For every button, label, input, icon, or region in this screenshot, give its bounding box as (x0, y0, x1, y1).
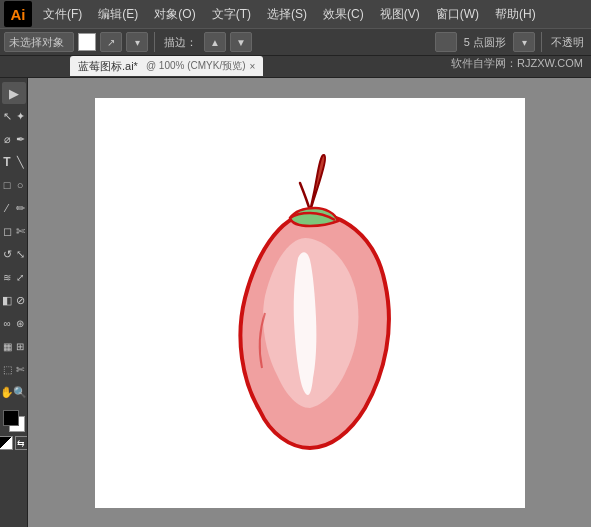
divider2 (541, 32, 542, 52)
toolbox: ▶ ↖ ✦ ⌀ ✒ T ╲ □ ○ ⁄ ✏ ◻ ✄ ↺ ⤡ (0, 78, 28, 527)
main-area: ▶ ↖ ✦ ⌀ ✒ T ╲ □ ○ ⁄ ✏ ◻ ✄ ↺ ⤡ (0, 78, 591, 527)
swap-colors-icon[interactable]: ⇆ (15, 436, 29, 450)
tab-close-btn[interactable]: × (250, 61, 256, 72)
tool-pair-5: ⁄ ✏ (1, 197, 27, 219)
fill-color[interactable] (78, 33, 96, 51)
dropdown-icon[interactable]: ▾ (126, 32, 148, 52)
foreground-color-swatch[interactable] (3, 410, 19, 426)
brush-size-label: 5 点圆形 (461, 35, 509, 50)
toolbar: 未选择对象 ↗ ▾ 描边： ▲ ▼ 5 点圆形 ▾ 不透明 (0, 28, 591, 56)
tool-pair-1: ↖ ✦ (1, 105, 27, 127)
blend-tool[interactable]: ∞ (1, 312, 14, 334)
tool-pair-13: ✋ 🔍 (1, 381, 27, 403)
brush-size-btn[interactable] (435, 32, 457, 52)
tab-filename: 蓝莓图标.ai* (78, 59, 138, 74)
tool-pair-7: ↺ ⤡ (1, 243, 27, 265)
paintbrush-tool[interactable]: ⁄ (1, 197, 14, 219)
hand-tool[interactable]: ✋ (1, 381, 14, 403)
symbol-tool[interactable]: ⊛ (14, 312, 27, 334)
toolbar-right: 5 点圆形 ▾ 不透明 (435, 32, 587, 52)
eraser-tool[interactable]: ◻ (1, 220, 14, 242)
tab-fill (263, 56, 451, 77)
tool-pair-3: T ╲ (1, 151, 27, 173)
tab-spacer (0, 56, 70, 77)
canvas (95, 98, 525, 508)
stroke-label: 描边： (161, 35, 200, 50)
tool-pair-8: ≋ ⤢ (1, 266, 27, 288)
direct-select-tool[interactable]: ↖ (1, 105, 14, 127)
rect-tool[interactable]: □ (1, 174, 14, 196)
type-tool[interactable]: T (1, 151, 14, 173)
color-swatches: ⇆ (0, 410, 28, 454)
free-transform-tool[interactable]: ⤢ (14, 266, 27, 288)
menu-type[interactable]: 文字(T) (205, 4, 258, 25)
menu-effect[interactable]: 效果(C) (316, 4, 371, 25)
canvas-area[interactable] (28, 78, 591, 527)
mesh-tool[interactable]: ⊞ (14, 335, 27, 357)
brush-dropdown[interactable]: ▾ (513, 32, 535, 52)
document-tab[interactable]: 蓝莓图标.ai* @ 100% (CMYK/预览) × (70, 56, 263, 76)
menu-help[interactable]: 帮助(H) (488, 4, 543, 25)
opacity-label: 不透明 (548, 35, 587, 50)
stroke-down[interactable]: ▼ (230, 32, 252, 52)
default-colors-icon[interactable] (0, 436, 13, 450)
color-swatch-stack[interactable] (3, 410, 25, 432)
menu-file[interactable]: 文件(F) (36, 4, 89, 25)
menu-select[interactable]: 选择(S) (260, 4, 314, 25)
tool-pair-11: ▦ ⊞ (1, 335, 27, 357)
slice-tool[interactable]: ✄ (14, 358, 27, 380)
extra-swatches: ⇆ (0, 436, 28, 450)
lasso-tool[interactable]: ⌀ (1, 128, 14, 150)
menu-view[interactable]: 视图(V) (373, 4, 427, 25)
redirect-icon[interactable]: ↗ (100, 32, 122, 52)
divider1 (154, 32, 155, 52)
app-logo: Ai (4, 1, 32, 27)
tool-pair-12: ⬚ ✄ (1, 358, 27, 380)
line-tool[interactable]: ╲ (14, 151, 27, 173)
tool-pair-10: ∞ ⊛ (1, 312, 27, 334)
ellipse-tool[interactable]: ○ (14, 174, 27, 196)
warp-tool[interactable]: ≋ (1, 266, 14, 288)
tool-pair-9: ◧ ⊘ (1, 289, 27, 311)
tabrow: 蓝莓图标.ai* @ 100% (CMYK/预览) × 软件自学网：RJZXW.… (0, 56, 591, 78)
menu-edit[interactable]: 编辑(E) (91, 4, 145, 25)
stroke-up[interactable]: ▲ (204, 32, 226, 52)
tool-pair-4: □ ○ (1, 174, 27, 196)
rotate-tool[interactable]: ↺ (1, 243, 14, 265)
tab-zoom: @ 100% (CMYK/预览) (146, 59, 246, 73)
artboard-tool[interactable]: ⬚ (1, 358, 14, 380)
scale-tool[interactable]: ⤡ (14, 243, 27, 265)
tool-pair-6: ◻ ✄ (1, 220, 27, 242)
pencil-tool[interactable]: ✏ (14, 197, 27, 219)
selection-label: 未选择对象 (4, 32, 74, 52)
pen-tool[interactable]: ✒ (14, 128, 27, 150)
menu-window[interactable]: 窗口(W) (429, 4, 486, 25)
watermark: 软件自学网：RJZXW.COM (451, 56, 591, 77)
graph-tool[interactable]: ▦ (1, 335, 14, 357)
chili-illustration (210, 153, 410, 453)
gradient-tool[interactable]: ◧ (1, 289, 14, 311)
tool-pair-2: ⌀ ✒ (1, 128, 27, 150)
eyedropper-tool[interactable]: ⊘ (14, 289, 27, 311)
scissors-tool[interactable]: ✄ (14, 220, 27, 242)
titlebar: Ai 文件(F) 编辑(E) 对象(O) 文字(T) 选择(S) 效果(C) 视… (0, 0, 591, 28)
zoom-tool[interactable]: 🔍 (14, 381, 27, 403)
select-tool[interactable]: ▶ (2, 82, 26, 104)
menu-object[interactable]: 对象(O) (147, 4, 202, 25)
magic-wand-tool[interactable]: ✦ (14, 105, 27, 127)
